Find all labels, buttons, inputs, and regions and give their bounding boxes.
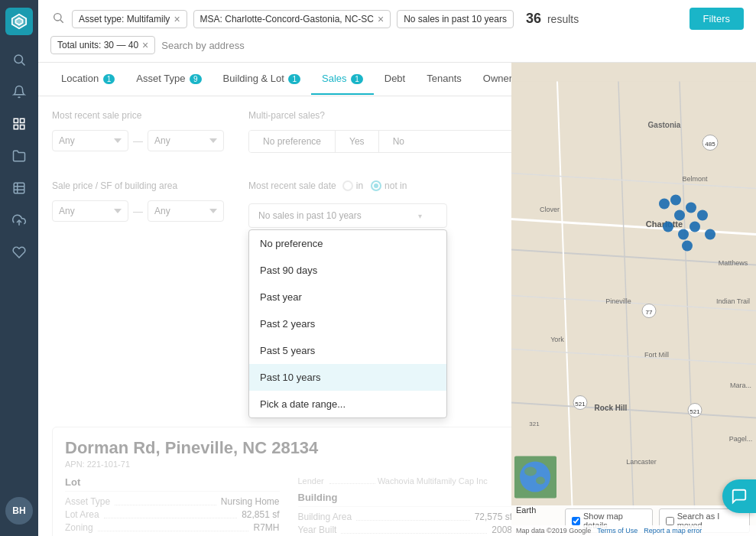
lot-area-val: 82,851 sf: [242, 509, 279, 520]
sidebar-item-table[interactable]: [5, 174, 33, 202]
tab-debt[interactable]: Debt: [374, 63, 416, 95]
sidebar-item-grid[interactable]: [5, 110, 33, 138]
sidebar-item-bell[interactable]: [5, 78, 33, 106]
building-section-title: Building: [298, 492, 513, 507]
sale-price-min[interactable]: Any: [52, 130, 128, 151]
price-per-sf-min[interactable]: Any: [52, 200, 128, 222]
tab-asset-type-badge: 9: [190, 74, 202, 84]
lot-section-title: Lot: [65, 476, 280, 492]
lot-asset-type-val: Nursing Home: [221, 496, 280, 507]
svg-text:521: 521: [689, 408, 700, 415]
topbar-row1: Asset type: Multifamily × MSA: Charlotte…: [50, 8, 744, 30]
filter-tag-msa[interactable]: MSA: Charlotte-Concord-Gastonia, NC-SC ×: [193, 10, 391, 28]
property-columns: Lot Asset Type Nursing Home Lot Area 82,…: [65, 476, 512, 536]
svg-rect-6: [14, 125, 18, 129]
filter-tag-label: MSA: Charlotte-Concord-Gastonia, NC-SC: [200, 14, 374, 24]
topbar: Asset type: Multifamily × MSA: Charlotte…: [38, 0, 756, 63]
dropdown-item-past-year[interactable]: Past year: [249, 284, 446, 310]
show-details-checkbox[interactable]: [572, 517, 580, 525]
multi-parcel-yes[interactable]: Yes: [336, 131, 379, 152]
sidebar-avatar[interactable]: BH: [5, 497, 33, 525]
dropdown-arrow-icon: ▾: [418, 212, 422, 220]
svg-line-3: [21, 62, 24, 65]
tab-building-lot[interactable]: Building & Lot 1: [213, 63, 311, 95]
svg-text:Rock Hill: Rock Hill: [595, 404, 628, 412]
filters-button[interactable]: Filters: [689, 8, 744, 30]
chat-button[interactable]: [722, 479, 756, 513]
svg-text:Lancaster: Lancaster: [626, 458, 657, 466]
svg-text:Clover: Clover: [540, 206, 560, 213]
sidebar-logo[interactable]: [5, 8, 33, 35]
lender-old-val: Wachovia Multifamily Cap Inc: [378, 476, 488, 486]
map-copyright: Map data ©2019 Google: [516, 527, 591, 534]
dropdown-item-date-range[interactable]: Pick a date range...: [249, 391, 446, 417]
svg-point-50: [686, 203, 696, 213]
svg-rect-8: [14, 183, 24, 193]
price-per-sf-range: Any — Any: [52, 200, 224, 222]
sidebar-item-folder[interactable]: [5, 142, 33, 170]
map-terms[interactable]: Terms of Use: [597, 527, 638, 534]
search-moved-checkbox[interactable]: [666, 517, 674, 525]
svg-point-48: [674, 210, 685, 221]
filter-tag-no-sales: No sales in past 10 years: [397, 10, 514, 28]
dropdown-item-past-2-years[interactable]: Past 2 years: [249, 310, 446, 337]
search-icon-button[interactable]: [50, 10, 66, 28]
sale-price-max[interactable]: Any: [148, 130, 224, 151]
filter-tag-label: Asset type: Multifamily: [79, 14, 170, 24]
filter-tag-asset-type[interactable]: Asset type: Multifamily ×: [72, 10, 187, 28]
sidebar-item-upload[interactable]: [5, 206, 33, 234]
sidebar-item-search[interactable]: [5, 46, 33, 73]
filter-tag-remove[interactable]: ×: [174, 14, 180, 24]
tab-location[interactable]: Location 1: [50, 63, 125, 95]
dropdown-item-past-10-years[interactable]: Past 10 years: [249, 364, 446, 391]
filter-tag-total-units-remove[interactable]: ×: [142, 40, 148, 50]
sidebar: BH: [0, 0, 38, 536]
filter-tag-remove[interactable]: ×: [378, 14, 384, 24]
multi-parcel-no[interactable]: No: [379, 131, 418, 152]
multi-parcel-no-preference[interactable]: No preference: [249, 131, 336, 152]
tab-tenants[interactable]: Tenants: [416, 63, 472, 95]
svg-text:77: 77: [646, 309, 653, 316]
tab-asset-type[interactable]: Asset Type 9: [125, 63, 212, 95]
map-report[interactable]: Report a map error: [644, 527, 702, 534]
svg-point-55: [705, 229, 715, 240]
svg-point-2: [15, 55, 23, 63]
svg-text:Matthews: Matthews: [719, 259, 748, 267]
filter-group-price-per-sf: Sale price / SF of building area Any — A…: [52, 180, 224, 228]
dropdown-item-past-90-days[interactable]: Past 90 days: [249, 257, 446, 284]
lot-zoning-key: Zoning: [65, 522, 93, 533]
svg-rect-5: [21, 119, 24, 122]
filter-group-sale-price: Most recent sale price Any — Any: [52, 110, 224, 165]
price-per-sf-max[interactable]: Any: [148, 200, 224, 222]
search-address[interactable]: Search by address: [161, 40, 244, 51]
tab-sales[interactable]: Sales 1: [311, 63, 374, 95]
property-card: Dorman Rd, Pineville, NC 28134 APN: 221-…: [52, 427, 525, 536]
prop-col-lot: Lot Asset Type Nursing Home Lot Area 82,…: [65, 476, 280, 536]
sale-date-dropdown[interactable]: No sales in past 10 years ▾ No preferenc…: [248, 203, 447, 228]
year-built-key: Year Built: [298, 525, 337, 535]
svg-text:Belmont: Belmont: [682, 175, 708, 183]
lot-asset-type-row: Asset Type Nursing Home: [65, 496, 280, 507]
tab-building-lot-badge: 1: [288, 74, 300, 84]
svg-rect-7: [21, 125, 24, 129]
range-dash-2: —: [133, 206, 143, 217]
tab-sales-badge: 1: [351, 74, 363, 84]
sidebar-item-heart[interactable]: [5, 239, 33, 266]
svg-text:485: 485: [705, 141, 715, 148]
radio-in-label: in: [356, 180, 363, 191]
filter-tag-total-units[interactable]: Total units: 30 — 40 ×: [50, 36, 155, 54]
svg-point-13: [54, 14, 61, 21]
results-label: results: [547, 13, 579, 25]
dropdown-selected-value[interactable]: No sales in past 10 years ▾: [248, 203, 447, 228]
dropdown-item-past-5-years[interactable]: Past 5 years: [249, 337, 446, 364]
results-count: 36: [526, 11, 541, 27]
price-per-sf-label: Sale price / SF of building area: [52, 180, 224, 191]
svg-text:521: 521: [575, 401, 586, 408]
map-copyright-bar: Map data ©2019 Google Terms of Use Repor…: [511, 525, 756, 536]
dropdown-item-no-preference[interactable]: No preference: [249, 230, 446, 257]
radio-in[interactable]: in: [342, 180, 363, 191]
radio-not-in[interactable]: not in: [371, 180, 407, 191]
topbar-row2: Total units: 30 — 40 × Search by address: [50, 36, 744, 54]
lot-asset-type-key: Asset Type: [65, 496, 110, 507]
lender-old-label: Lender: [298, 476, 324, 486]
